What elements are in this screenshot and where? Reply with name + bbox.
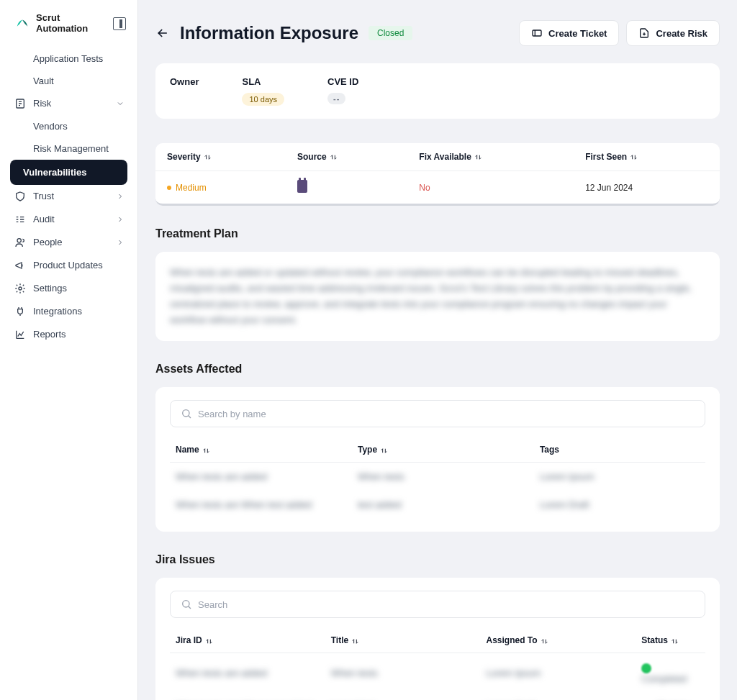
cell-assigned: Lorem Ipsum [481,653,636,693]
col-tags[interactable]: Tags [534,437,705,463]
section-assets-title: Assets Affected [155,363,720,376]
treatment-card: When tests are added or updated without … [155,252,720,341]
table-row[interactable]: When tests are added When tests Lorem Ip… [170,653,705,693]
cell-tags: Lorem Draft [534,491,705,519]
page-header: Information Exposure Closed Create Ticke… [155,20,720,46]
cell-status: Review [636,693,705,700]
nav-trust[interactable]: Trust [0,185,137,208]
sidebar-header: Scrut Automation [0,13,137,47]
col-source[interactable]: Source [286,143,407,171]
nav-application-tests[interactable]: Application Tests [0,47,137,70]
nav-people[interactable]: People [0,231,137,254]
svg-rect-3 [533,30,541,36]
nav-label: People [33,237,109,247]
owner-label: Owner [170,76,199,87]
info-card: Owner SLA 10 days CVE ID -- [155,63,720,119]
info-cve: CVE ID -- [327,76,358,106]
col-jira-id[interactable]: Jira ID [170,628,325,653]
nav-integrations[interactable]: Integrations [0,300,137,323]
nav-vendors[interactable]: Vendors [0,115,137,137]
assets-card: Name Type Tags When tests are added When… [155,387,720,532]
search-icon [181,408,192,419]
plug-icon [14,306,26,317]
megaphone-icon [14,260,26,271]
svg-point-5 [183,601,189,607]
nav-vulnerabilities[interactable]: Vulnerabilities [10,160,127,185]
nav-list: Application Tests Vault Risk Vendors Ris… [0,47,137,346]
risk-icon [14,98,26,109]
col-first-seen[interactable]: First Seen [574,143,720,171]
sort-icon [380,447,388,455]
create-risk-button[interactable]: Create Risk [626,20,720,46]
nav-label: Trust [33,191,109,201]
brand-logo[interactable]: Scrut Automation [14,13,88,35]
cve-value: -- [327,93,345,104]
col-name[interactable]: Name [170,437,352,463]
col-type[interactable]: Type [352,437,534,463]
sla-label: SLA [242,76,284,87]
section-treatment-title: Treatment Plan [155,227,720,240]
table-row[interactable]: Medium No 12 Jun 2024 [155,171,720,204]
nav-settings[interactable]: Settings [0,277,137,300]
people-icon [14,237,26,248]
ticket-icon [531,27,543,39]
back-arrow-icon[interactable] [155,26,170,40]
chevron-right-icon [116,215,125,224]
svg-point-4 [183,410,189,417]
sort-icon [205,637,213,645]
nav-risk[interactable]: Risk [0,92,137,115]
section-jira-title: Jira Issues [155,553,720,566]
sort-icon [474,153,482,161]
cell-type: test added [352,491,534,519]
col-fix[interactable]: Fix Available [407,143,574,171]
info-owner: Owner [170,76,199,106]
chevron-right-icon [116,238,125,247]
jira-table: Jira ID Title Assigned To Status When te… [170,628,705,700]
sidebar-collapse-icon[interactable] [113,17,126,30]
create-ticket-button[interactable]: Create Ticket [519,20,619,46]
sidebar: Scrut Automation Application Tests Vault… [0,0,138,700]
chart-icon [14,329,26,340]
chevron-right-icon [116,192,125,201]
gear-icon [14,283,26,294]
sla-value: 10 days [242,93,284,106]
col-status[interactable]: Status [636,628,705,653]
cell-source [286,171,407,204]
cell-id: When tests are When test added [170,693,325,700]
source-owasp-icon [297,180,307,193]
jira-search-input[interactable] [198,599,695,610]
svg-point-2 [19,287,22,290]
nav-vault[interactable]: Vault [0,70,137,92]
nav-product-updates[interactable]: Product Updates [0,254,137,277]
assets-search[interactable] [170,400,705,427]
jira-search[interactable] [170,591,705,618]
info-sla: SLA 10 days [242,76,284,106]
cell-name: When tests are added [170,463,352,491]
cell-name: When tests are When test added [170,491,352,519]
col-severity[interactable]: Severity [155,143,286,171]
button-label: Create Ticket [548,28,607,39]
cell-id: When tests are added [170,653,325,693]
audit-icon [14,214,26,225]
nav-audit[interactable]: Audit [0,208,137,231]
vulnerability-table: Severity Source Fix Available First Seen… [155,143,720,206]
table-row[interactable]: When tests are added When tests Lorem Ip… [170,463,705,491]
nav-label: Audit [33,214,109,224]
nav-label: Reports [33,329,125,340]
nav-risk-management[interactable]: Risk Management [0,137,137,160]
col-title[interactable]: Title [325,628,481,653]
cell-first-seen: 12 Jun 2024 [574,171,720,204]
main-content: Information Exposure Closed Create Ticke… [138,0,737,700]
cell-status: Completed [636,653,705,693]
sort-icon [541,637,548,645]
assets-search-input[interactable] [198,409,695,419]
cell-fix: No [407,171,574,204]
assets-table: Name Type Tags When tests are added When… [170,437,705,519]
table-row[interactable]: When tests are When test added test adde… [170,693,705,700]
nav-reports[interactable]: Reports [0,323,137,346]
cell-title: test added [325,693,481,700]
col-assigned[interactable]: Assigned To [481,628,636,653]
search-icon [181,599,192,610]
chevron-down-icon [116,99,125,108]
table-row[interactable]: When tests are When test added test adde… [170,491,705,519]
